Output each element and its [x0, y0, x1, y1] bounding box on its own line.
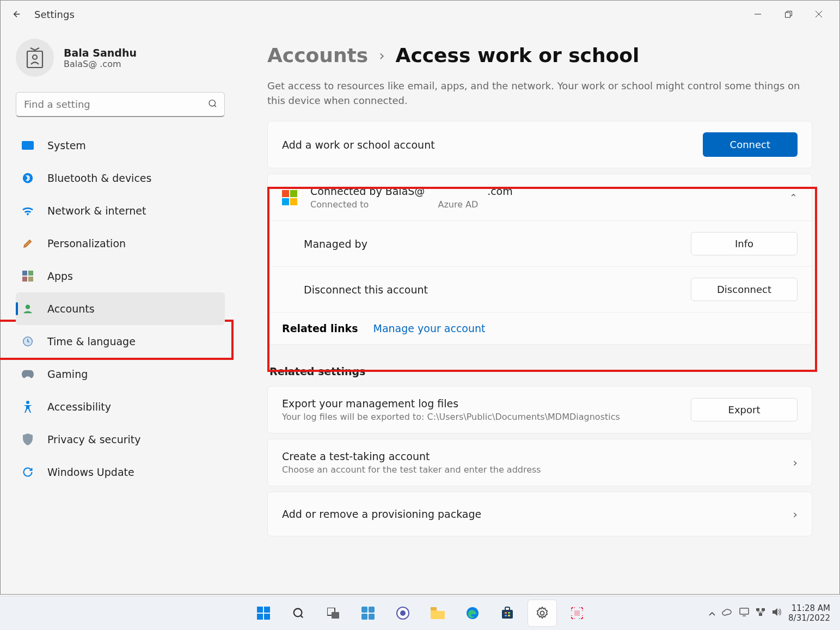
folder-icon: [431, 607, 445, 619]
taskbar-time: 11:28 AM: [788, 603, 830, 613]
system-icon: [21, 139, 34, 152]
task-view-button[interactable]: [318, 600, 348, 627]
time-icon: [21, 335, 34, 348]
related-links-row: Related links Manage your account: [268, 313, 812, 344]
window-controls: [743, 3, 834, 25]
close-button[interactable]: [804, 3, 834, 25]
taskbar-clock[interactable]: 11:28 AM 8/31/2022: [788, 603, 830, 623]
badge-icon: [25, 47, 45, 69]
manage-account-link[interactable]: Manage your account: [373, 322, 486, 334]
svg-rect-8: [22, 141, 34, 150]
disconnect-row: Disconnect this account Disconnect: [268, 267, 812, 313]
svg-rect-33: [502, 610, 513, 619]
store-button[interactable]: [493, 600, 522, 627]
update-icon: [21, 466, 34, 479]
accounts-icon: [21, 302, 34, 315]
svg-rect-26: [369, 607, 375, 613]
export-button[interactable]: Export: [691, 398, 798, 421]
system-tray: 11:28 AM 8/31/2022: [709, 603, 830, 623]
sidebar-item-update[interactable]: Windows Update: [16, 456, 225, 488]
svg-line-7: [214, 105, 216, 107]
tray-onedrive-icon[interactable]: [722, 608, 733, 618]
widgets-icon: [361, 607, 375, 620]
teams-button[interactable]: [388, 600, 418, 627]
privacy-icon: [21, 433, 34, 446]
export-logs-title: Export your management log files: [282, 397, 620, 409]
sidebar-item-network[interactable]: Network & internet: [16, 194, 225, 227]
taskbar-date: 8/31/2022: [788, 613, 830, 623]
svg-rect-19: [257, 614, 263, 620]
svg-point-5: [33, 55, 37, 59]
apps-icon: [21, 270, 34, 283]
tray-volume-icon[interactable]: [772, 608, 782, 619]
export-logs-card: Export your management log files Your lo…: [267, 386, 812, 433]
sidebar-item-label: Apps: [47, 270, 73, 282]
tray-chevron-up-icon[interactable]: [709, 608, 715, 618]
accessibility-icon: [21, 400, 34, 413]
info-button[interactable]: Info: [691, 232, 798, 255]
explorer-button[interactable]: [423, 600, 452, 627]
settings-window: Settings: [0, 0, 840, 595]
svg-rect-34: [505, 612, 507, 614]
managed-by-label: Managed by: [304, 238, 367, 250]
settings-taskbar-button[interactable]: [528, 600, 557, 627]
microsoft-logo-icon: [282, 190, 297, 205]
start-button[interactable]: [249, 600, 278, 627]
snip-button[interactable]: [562, 600, 592, 627]
connected-subtitle: Connected to Azure AD: [310, 199, 513, 210]
sidebar-item-accessibility[interactable]: Accessibility: [16, 390, 225, 423]
svg-line-22: [301, 616, 303, 618]
svg-point-16: [26, 401, 29, 404]
svg-rect-20: [264, 614, 270, 620]
provisioning-card[interactable]: Add or remove a provisioning package ›: [267, 492, 812, 536]
test-account-card[interactable]: Create a test-taking account Choose an a…: [267, 439, 812, 486]
breadcrumb: Accounts › Access work or school: [267, 44, 812, 66]
sidebar: Bala Sandhu BalaS@ .com System: [1, 28, 240, 594]
sidebar-item-label: Bluetooth & devices: [47, 172, 151, 184]
svg-rect-43: [762, 608, 765, 611]
sidebar-item-accounts[interactable]: Accounts: [16, 292, 225, 325]
search-icon: [292, 607, 304, 619]
sidebar-item-label: Accessibility: [47, 401, 111, 413]
connect-button[interactable]: Connect: [703, 132, 798, 157]
sidebar-nav: System Bluetooth & devices Network & int…: [16, 129, 225, 488]
svg-rect-31: [431, 607, 437, 610]
search-input[interactable]: [16, 92, 225, 117]
sidebar-item-bluetooth[interactable]: Bluetooth & devices: [16, 162, 225, 194]
search-taskbar-button[interactable]: [284, 600, 313, 627]
sidebar-item-privacy[interactable]: Privacy & security: [16, 423, 225, 456]
user-profile[interactable]: Bala Sandhu BalaS@ .com: [16, 39, 225, 77]
svg-rect-12: [22, 277, 27, 282]
sidebar-item-apps[interactable]: Apps: [16, 260, 225, 292]
wifi-icon: [21, 204, 34, 217]
avatar: [16, 39, 54, 77]
tray-monitor-icon[interactable]: [739, 608, 749, 619]
svg-point-6: [209, 100, 215, 106]
breadcrumb-root[interactable]: Accounts: [267, 44, 368, 66]
back-button[interactable]: [6, 3, 28, 25]
add-account-card: Add a work or school account Connect: [267, 121, 812, 168]
svg-rect-40: [740, 608, 749, 614]
page-title: Access work or school: [396, 44, 640, 66]
edge-icon: [466, 607, 479, 620]
sidebar-item-personalization[interactable]: Personalization: [16, 227, 225, 260]
snip-icon: [571, 607, 584, 620]
connected-title: Connected by BalaS@ .com: [310, 185, 513, 197]
widgets-button[interactable]: [353, 600, 383, 627]
svg-point-38: [540, 611, 544, 615]
connected-account-card: Connected by BalaS@ .com Connected to Az…: [267, 174, 812, 345]
maximize-button[interactable]: [773, 3, 804, 25]
disconnect-label: Disconnect this account: [304, 284, 428, 296]
main-content: Accounts › Access work or school Get acc…: [240, 28, 839, 594]
tray-network-icon[interactable]: [756, 608, 765, 619]
connected-account-header[interactable]: Connected by BalaS@ .com Connected to Az…: [268, 174, 812, 221]
minimize-button[interactable]: [743, 3, 773, 25]
task-view-icon: [327, 608, 339, 619]
edge-button[interactable]: [458, 600, 487, 627]
disconnect-button[interactable]: Disconnect: [691, 278, 798, 301]
svg-point-14: [26, 305, 30, 309]
store-icon: [501, 607, 514, 620]
sidebar-item-time[interactable]: Time & language: [16, 325, 225, 358]
sidebar-item-gaming[interactable]: Gaming: [16, 358, 225, 390]
sidebar-item-system[interactable]: System: [16, 129, 225, 162]
